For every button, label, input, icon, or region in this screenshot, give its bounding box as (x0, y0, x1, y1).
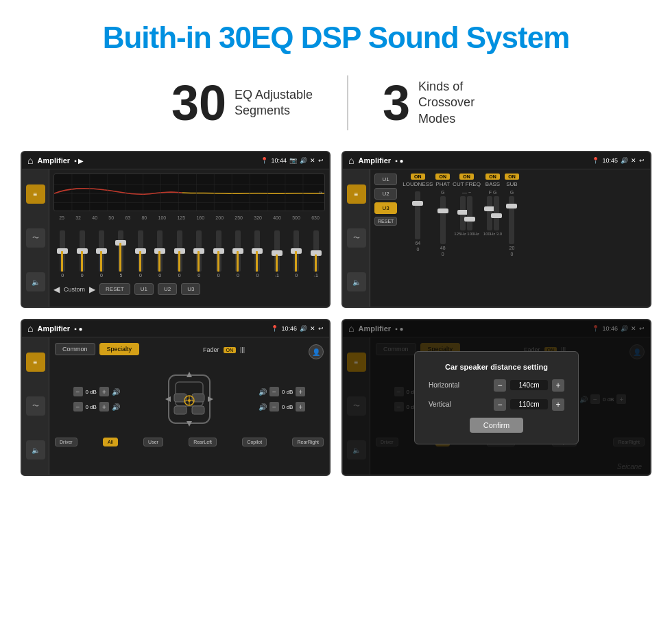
u3-preset-btn[interactable]: U3 (374, 202, 397, 214)
app-title-2: Amplifier (358, 156, 391, 165)
cutfreq-on[interactable]: ON (459, 174, 474, 180)
speaker-icon-btn-2[interactable]: 🔈 (347, 272, 366, 291)
eq-icon-btn-3[interactable]: ≡ (26, 353, 45, 372)
bass-slider-g[interactable] (494, 196, 499, 230)
preset-col: U1 U2 U3 RESET (374, 174, 397, 257)
fr-db-val: 0 dB (282, 389, 293, 395)
u3-btn[interactable]: U3 (181, 283, 200, 295)
next-btn[interactable]: ▶ (89, 285, 95, 294)
bass-on[interactable]: ON (485, 174, 500, 180)
zone-rearleft-3[interactable]: RearLeft (189, 438, 217, 446)
back-icon-2: ↩ (639, 157, 645, 164)
speaker-icon-btn[interactable]: 🔈 (26, 272, 45, 291)
u2-btn[interactable]: U2 (158, 283, 177, 295)
wave-icon-btn-2[interactable]: 〜 (347, 228, 366, 248)
zone-driver-3[interactable]: Driver (55, 438, 77, 446)
fr-plus-btn[interactable]: + (296, 387, 305, 396)
confirm-button[interactable]: Confirm (470, 418, 524, 433)
slider-track[interactable] (235, 230, 241, 272)
location-icon-2: 📍 (592, 157, 599, 164)
stat-eq-desc: EQ Adjustable Segments (235, 87, 313, 119)
slider-track[interactable] (177, 230, 182, 272)
u1-btn[interactable]: U1 (134, 283, 154, 295)
zone-rearright-3[interactable]: RearRight (292, 438, 324, 446)
vertical-label: Vertical (429, 401, 451, 408)
loudness-slider[interactable] (415, 191, 420, 239)
tab-common-3[interactable]: Common (55, 343, 95, 355)
stat-eq: 30 EQ Adjustable Segments (137, 78, 347, 128)
time-3: 10:46 (281, 325, 297, 332)
play-icon-1: ▪ ▶ (74, 157, 84, 165)
slider-track[interactable] (99, 230, 104, 272)
slider-track[interactable] (157, 230, 163, 272)
crossover-channels: ON LOUDNESS 64 0 ON PHAT G (403, 174, 646, 257)
phat-on[interactable]: ON (435, 174, 450, 180)
slider-track[interactable] (80, 230, 85, 272)
eq-icon-btn-2[interactable]: ≡ (347, 184, 366, 204)
dialog-title: Car speaker distance setting (429, 363, 564, 371)
home-icon-2[interactable]: ⌂ (348, 155, 354, 166)
slider-track[interactable] (138, 230, 143, 272)
screen2-content: ≡ 〜 🔈 U1 U2 U3 RESET (343, 169, 650, 307)
slider-track[interactable] (216, 230, 221, 272)
rr-plus-btn[interactable]: + (296, 402, 305, 412)
eq-icon-btn[interactable]: ≡ (26, 184, 45, 204)
screen-distance: ⌂ Amplifier ▪ ● 📍 10:46 🔊 ✕ ↩ ≡ 〜 🔈 (341, 319, 651, 476)
loudness-on[interactable]: ON (411, 174, 425, 180)
slider-track[interactable] (313, 230, 319, 272)
fl-minus-btn[interactable]: − (73, 387, 83, 396)
speaker-icon-btn-3[interactable]: 🔈 (26, 440, 45, 460)
tab-specialty-3[interactable]: Specialty (99, 343, 140, 355)
home-icon-1[interactable]: ⌂ (27, 155, 33, 166)
location-icon-1: 📍 (261, 157, 268, 164)
rl-plus-btn[interactable]: + (99, 402, 109, 412)
fl-speaker-icon: 🔊 (112, 388, 120, 396)
x-icon-3: ✕ (310, 325, 315, 332)
rr-minus-btn[interactable]: − (269, 402, 279, 412)
prev-btn[interactable]: ◀ (53, 285, 60, 294)
reset-preset-btn[interactable]: RESET (374, 217, 397, 226)
record-icon-2: ▪ ● (395, 157, 403, 165)
slider-track[interactable] (274, 230, 280, 272)
horizontal-plus-btn[interactable]: + (552, 379, 564, 392)
horizontal-minus-btn[interactable]: − (494, 379, 506, 392)
slider-track[interactable] (196, 230, 202, 272)
u2-preset-btn[interactable]: U2 (374, 188, 397, 200)
vertical-value: 110cm (510, 399, 548, 409)
fader-toggle[interactable]: ON (224, 347, 237, 353)
wave-icon-btn[interactable]: 〜 (26, 228, 45, 248)
vertical-plus-btn[interactable]: + (552, 398, 564, 411)
wave-icon-btn-3[interactable]: 〜 (26, 396, 45, 416)
fr-minus-btn[interactable]: − (269, 387, 279, 396)
phat-slider[interactable] (440, 196, 446, 244)
screen-eq: ⌂ Amplifier ▪ ▶ 📍 10:44 📷 🔊 ✕ ↩ ≡ 〜 🔈 (21, 151, 331, 308)
loudness-col: ON LOUDNESS 64 0 (403, 174, 433, 257)
zone-copilot-3[interactable]: Copilot (242, 438, 267, 446)
rl-minus-btn[interactable]: − (73, 402, 83, 412)
cutfreq-slider-g[interactable] (467, 196, 472, 230)
expand-icon[interactable]: » (319, 189, 322, 196)
slider-track[interactable] (60, 230, 65, 272)
sub-slider[interactable] (509, 196, 514, 244)
slider-track[interactable] (293, 230, 299, 272)
home-icon-3[interactable]: ⌂ (27, 323, 33, 334)
reset-btn[interactable]: RESET (99, 283, 130, 295)
slider-track[interactable] (118, 230, 123, 272)
sub-on[interactable]: ON (505, 174, 519, 180)
x-icon-2: ✕ (631, 157, 636, 164)
stats-row: 30 EQ Adjustable Segments 3 Kinds of Cro… (0, 69, 672, 151)
cutfreq-slider-f[interactable] (460, 196, 466, 230)
eq-bottom: ◀ Custom ▶ RESET U1 U2 U3 (53, 281, 325, 298)
x-icon-1: ✕ (310, 157, 315, 164)
status-bar-2: ⌂ Amplifier ▪ ● 📍 10:45 🔊 ✕ ↩ (343, 152, 650, 169)
slider-track[interactable] (254, 230, 260, 272)
stat-crossover-number: 3 (383, 78, 410, 128)
u1-preset-btn[interactable]: U1 (374, 174, 397, 185)
zone-all-3[interactable]: All (103, 438, 118, 446)
zone-user-3[interactable]: User (143, 438, 163, 446)
profile-icon-3[interactable]: 👤 (309, 344, 324, 359)
screen1-content: ≡ 〜 🔈 (22, 169, 329, 307)
fl-plus-btn[interactable]: + (99, 387, 109, 396)
volume-icon-2: 🔊 (621, 157, 628, 164)
vertical-minus-btn[interactable]: − (494, 398, 506, 411)
